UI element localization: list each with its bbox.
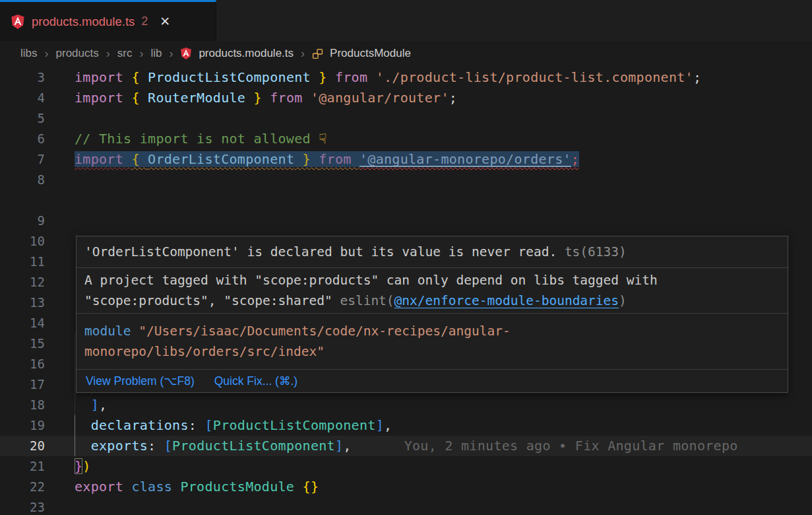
code-line-spacer xyxy=(0,190,812,211)
line-number: 14 xyxy=(0,313,45,333)
view-problem-action[interactable]: View Problem (⌥F8) xyxy=(86,374,195,388)
code-content[interactable] xyxy=(75,170,812,190)
tab-products-module-ts[interactable]: products.module.ts 2 ✕ xyxy=(0,0,216,41)
code-content[interactable]: import { ProductListComponent } from './… xyxy=(75,67,812,88)
line-number: 15 xyxy=(0,333,45,354)
code-content[interactable] xyxy=(75,190,812,211)
code-token: export xyxy=(75,479,131,495)
code-token: '@angular/router' xyxy=(311,90,449,106)
code-token: from xyxy=(319,151,359,167)
eslint-error-line2: "scope:products", "scope:shared" eslint(… xyxy=(84,291,780,311)
angular-icon xyxy=(180,47,192,60)
line-number: 21 xyxy=(0,456,45,477)
code-token: ProductListComponent xyxy=(148,69,311,85)
chevron-right-icon: › xyxy=(169,47,173,61)
breadcrumb-item-lib[interactable]: lib xyxy=(150,47,162,60)
code-line-18: 18], xyxy=(0,395,812,415)
tab-problem-count-badge: 2 xyxy=(141,15,148,28)
code-content[interactable]: exports: [ProductListComponent],You, 2 m… xyxy=(75,436,812,456)
hover-message-ts: 'OrderListComponent' is declared but its… xyxy=(77,236,788,268)
code-token: from xyxy=(335,69,376,85)
code-token: { xyxy=(131,69,148,85)
code-content[interactable]: declarations: [ProductListComponent], xyxy=(75,415,812,436)
code-content[interactable]: import { RouterModule } from '@angular/r… xyxy=(75,88,812,108)
code-token: {} xyxy=(303,479,319,495)
chevron-right-icon: › xyxy=(45,47,49,61)
code-content[interactable] xyxy=(75,211,812,231)
code-token: , xyxy=(343,438,351,454)
code-content[interactable]: import { OrderListComponent } from '@ang… xyxy=(75,149,812,170)
code-token: } xyxy=(311,69,335,85)
code-token: [ xyxy=(204,417,212,433)
code-line-21: 21}) xyxy=(0,456,812,477)
code-token: from xyxy=(270,90,311,106)
code-token: ProductsModule xyxy=(180,479,302,495)
indent-guide xyxy=(75,436,91,456)
hover-message-eslint: A project tagged with "scope:products" c… xyxy=(77,268,788,314)
code-line-3: 3import { ProductListComponent } from '.… xyxy=(0,67,812,88)
git-blame-annotation: You, 2 minutes ago • Fix Angular monorep… xyxy=(404,438,738,454)
code-line-6: 6// This import is not allowed ☟ xyxy=(0,129,812,149)
code-content[interactable]: export class ProductsModule {} xyxy=(75,477,812,497)
line-number: 13 xyxy=(0,292,45,313)
eslint-error-line1: A project tagged with "scope:products" c… xyxy=(84,270,780,291)
code-token: // This import is not allowed xyxy=(75,131,319,147)
code-token: } xyxy=(75,458,82,474)
line-number: 16 xyxy=(0,354,45,374)
code-token: './product-list/product-list.component' xyxy=(376,69,693,85)
code-token: import xyxy=(75,151,131,167)
code-token: { xyxy=(131,90,148,106)
code-token: OrderListComponent xyxy=(148,151,294,167)
editor-tab-bar: products.module.ts 2 ✕ xyxy=(0,0,812,41)
hover-module-path: module "/Users/isaac/Documents/code/nx-r… xyxy=(77,314,788,370)
code-token: import xyxy=(75,90,131,106)
module-keyword: module xyxy=(84,324,131,339)
line-number: 6 xyxy=(0,129,45,149)
code-content[interactable] xyxy=(75,497,812,515)
line-number: 10 xyxy=(0,231,45,252)
error-squiggle-region: import { OrderListComponent } from '@ang… xyxy=(75,151,579,167)
code-content[interactable]: ], xyxy=(75,395,812,415)
chevron-right-icon: › xyxy=(139,47,143,61)
line-number: 22 xyxy=(0,477,45,497)
code-token: RouterModule xyxy=(148,90,245,106)
breadcrumb-item-symbol[interactable]: ProductsModule xyxy=(330,47,411,60)
line-number: 3 xyxy=(0,67,45,88)
code-content[interactable] xyxy=(75,108,812,129)
code-token: import xyxy=(75,69,131,85)
code-line-9: 9 xyxy=(0,211,812,231)
code-token: ; xyxy=(693,69,701,85)
code-content[interactable]: // This import is not allowed ☟ xyxy=(75,129,812,149)
close-icon[interactable]: ✕ xyxy=(160,14,170,29)
ts-error-text: 'OrderListComponent' is declared but its… xyxy=(84,244,557,259)
hover-popup: 'OrderListComponent' is declared but its… xyxy=(76,236,788,393)
quick-fix-action[interactable]: Quick Fix... (⌘.) xyxy=(214,374,297,388)
code-token: ☟ xyxy=(319,131,327,147)
code-line-4: 4import { RouterModule } from '@angular/… xyxy=(0,88,812,108)
code-token: ; xyxy=(449,90,457,106)
breadcrumb-item-src[interactable]: src xyxy=(117,47,133,60)
code-editor[interactable]: 'OrderListComponent' is declared but its… xyxy=(0,66,812,515)
code-content[interactable]: }) xyxy=(75,456,812,477)
line-number: 18 xyxy=(0,395,45,415)
code-token: ] xyxy=(335,438,343,454)
line-number: 11 xyxy=(0,252,45,272)
code-token: exports xyxy=(91,438,148,454)
code-token: declarations xyxy=(91,417,189,433)
line-number: 8 xyxy=(0,170,45,190)
code-line-8: 8 xyxy=(0,170,812,190)
breadcrumb-item-products[interactable]: products xyxy=(56,47,99,60)
code-token: ) xyxy=(82,458,90,474)
code-token: : xyxy=(148,438,164,454)
line-number: 5 xyxy=(0,108,45,129)
code-token: ] xyxy=(376,417,384,433)
code-token: } xyxy=(294,151,319,167)
class-symbol-icon xyxy=(312,48,323,59)
breadcrumb-item-file[interactable]: products.module.ts xyxy=(199,47,294,60)
eslint-rule-link[interactable]: @nx/enforce-module-boundaries xyxy=(394,293,619,308)
line-number xyxy=(0,190,45,211)
indent-guide xyxy=(75,395,91,415)
code-line-22: 22export class ProductsModule {} xyxy=(0,477,812,497)
breadcrumb-item-libs[interactable]: libs xyxy=(20,47,38,60)
code-token: { xyxy=(131,151,148,167)
